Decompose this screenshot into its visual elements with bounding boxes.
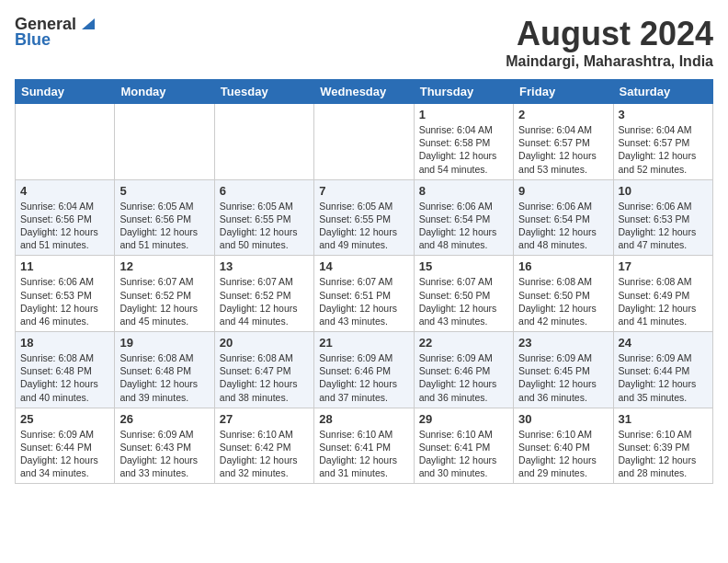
calendar-cell: 25Sunrise: 6:09 AM Sunset: 6:44 PM Dayli… — [16, 408, 115, 484]
day-number: 9 — [518, 184, 608, 198]
calendar-cell: 9Sunrise: 6:06 AM Sunset: 6:54 PM Daylig… — [514, 179, 613, 256]
cell-info: Sunrise: 6:10 AM Sunset: 6:41 PM Dayligh… — [419, 428, 508, 480]
cell-info: Sunrise: 6:04 AM Sunset: 6:56 PM Dayligh… — [20, 200, 109, 252]
day-number: 27 — [220, 412, 309, 426]
day-number: 4 — [20, 184, 109, 198]
weekday-header: Wednesday — [314, 80, 414, 104]
calendar-cell: 18Sunrise: 6:08 AM Sunset: 6:48 PM Dayli… — [16, 332, 115, 408]
logo: General Blue — [15, 15, 95, 50]
calendar-week-row: 25Sunrise: 6:09 AM Sunset: 6:44 PM Dayli… — [16, 408, 713, 484]
calendar-cell — [16, 104, 115, 180]
cell-info: Sunrise: 6:08 AM Sunset: 6:47 PM Dayligh… — [220, 351, 309, 404]
logo-blue: Blue — [15, 30, 51, 50]
cell-info: Sunrise: 6:09 AM Sunset: 6:44 PM Dayligh… — [20, 428, 109, 480]
calendar-cell: 30Sunrise: 6:10 AM Sunset: 6:40 PM Dayli… — [514, 408, 613, 484]
calendar-cell — [214, 104, 313, 180]
title-area: August 2024 Maindargi, Maharashtra, Indi… — [506, 15, 713, 70]
calendar-cell: 16Sunrise: 6:08 AM Sunset: 6:50 PM Dayli… — [514, 256, 613, 332]
cell-info: Sunrise: 6:04 AM Sunset: 6:58 PM Dayligh… — [419, 123, 508, 176]
cell-info: Sunrise: 6:06 AM Sunset: 6:54 PM Dayligh… — [419, 200, 508, 252]
day-number: 5 — [119, 184, 209, 198]
cell-info: Sunrise: 6:09 AM Sunset: 6:46 PM Dayligh… — [419, 351, 508, 404]
day-number: 15 — [419, 259, 508, 273]
cell-info: Sunrise: 6:06 AM Sunset: 6:53 PM Dayligh… — [619, 200, 708, 252]
cell-info: Sunrise: 6:06 AM Sunset: 6:54 PM Dayligh… — [518, 200, 608, 252]
calendar-cell: 1Sunrise: 6:04 AM Sunset: 6:58 PM Daylig… — [414, 104, 513, 180]
calendar-cell: 12Sunrise: 6:07 AM Sunset: 6:52 PM Dayli… — [115, 256, 214, 332]
day-number: 7 — [319, 184, 408, 198]
calendar-cell: 14Sunrise: 6:07 AM Sunset: 6:51 PM Dayli… — [314, 256, 414, 332]
calendar-cell: 3Sunrise: 6:04 AM Sunset: 6:57 PM Daylig… — [613, 104, 712, 180]
cell-info: Sunrise: 6:10 AM Sunset: 6:39 PM Dayligh… — [619, 428, 708, 480]
cell-info: Sunrise: 6:06 AM Sunset: 6:53 PM Dayligh… — [20, 275, 109, 327]
cell-info: Sunrise: 6:09 AM Sunset: 6:44 PM Dayligh… — [619, 351, 708, 404]
cell-info: Sunrise: 6:05 AM Sunset: 6:56 PM Dayligh… — [119, 200, 209, 252]
day-number: 23 — [518, 336, 608, 350]
calendar-cell — [314, 104, 414, 180]
day-number: 10 — [619, 184, 708, 198]
calendar-cell: 29Sunrise: 6:10 AM Sunset: 6:41 PM Dayli… — [414, 408, 513, 484]
month-year: August 2024 — [506, 15, 713, 53]
day-number: 13 — [220, 259, 309, 273]
calendar-cell: 31Sunrise: 6:10 AM Sunset: 6:39 PM Dayli… — [613, 408, 712, 484]
calendar-cell: 17Sunrise: 6:08 AM Sunset: 6:49 PM Dayli… — [613, 256, 712, 332]
day-number: 14 — [319, 259, 408, 273]
calendar-cell: 22Sunrise: 6:09 AM Sunset: 6:46 PM Dayli… — [414, 332, 513, 408]
cell-info: Sunrise: 6:10 AM Sunset: 6:40 PM Dayligh… — [518, 428, 608, 480]
cell-info: Sunrise: 6:07 AM Sunset: 6:51 PM Dayligh… — [319, 275, 408, 327]
day-number: 17 — [619, 259, 708, 273]
calendar-cell: 8Sunrise: 6:06 AM Sunset: 6:54 PM Daylig… — [414, 179, 513, 256]
day-number: 28 — [319, 412, 408, 426]
calendar-cell: 20Sunrise: 6:08 AM Sunset: 6:47 PM Dayli… — [214, 332, 313, 408]
calendar-cell: 21Sunrise: 6:09 AM Sunset: 6:46 PM Dayli… — [314, 332, 414, 408]
day-number: 6 — [220, 184, 309, 198]
calendar: SundayMondayTuesdayWednesdayThursdayFrid… — [15, 79, 713, 484]
calendar-cell: 15Sunrise: 6:07 AM Sunset: 6:50 PM Dayli… — [414, 256, 513, 332]
cell-info: Sunrise: 6:08 AM Sunset: 6:48 PM Dayligh… — [119, 351, 209, 404]
cell-info: Sunrise: 6:08 AM Sunset: 6:50 PM Dayligh… — [518, 275, 608, 327]
calendar-cell: 5Sunrise: 6:05 AM Sunset: 6:56 PM Daylig… — [115, 179, 214, 256]
cell-info: Sunrise: 6:05 AM Sunset: 6:55 PM Dayligh… — [220, 200, 309, 252]
weekday-header: Thursday — [414, 80, 513, 104]
calendar-cell: 23Sunrise: 6:09 AM Sunset: 6:45 PM Dayli… — [514, 332, 613, 408]
weekday-header: Saturday — [613, 80, 712, 104]
svg-marker-0 — [82, 18, 95, 29]
calendar-cell: 6Sunrise: 6:05 AM Sunset: 6:55 PM Daylig… — [214, 179, 313, 256]
cell-info: Sunrise: 6:09 AM Sunset: 6:46 PM Dayligh… — [319, 351, 408, 404]
calendar-cell: 19Sunrise: 6:08 AM Sunset: 6:48 PM Dayli… — [115, 332, 214, 408]
cell-info: Sunrise: 6:10 AM Sunset: 6:42 PM Dayligh… — [220, 428, 309, 480]
cell-info: Sunrise: 6:09 AM Sunset: 6:45 PM Dayligh… — [518, 351, 608, 404]
cell-info: Sunrise: 6:05 AM Sunset: 6:55 PM Dayligh… — [319, 200, 408, 252]
day-number: 30 — [518, 412, 608, 426]
weekday-header: Monday — [115, 80, 214, 104]
cell-info: Sunrise: 6:07 AM Sunset: 6:50 PM Dayligh… — [419, 275, 508, 327]
day-number: 8 — [419, 184, 508, 198]
day-number: 31 — [619, 412, 708, 426]
calendar-cell — [115, 104, 214, 180]
logo-triangle-icon — [78, 15, 95, 31]
cell-info: Sunrise: 6:07 AM Sunset: 6:52 PM Dayligh… — [119, 275, 209, 327]
calendar-cell: 10Sunrise: 6:06 AM Sunset: 6:53 PM Dayli… — [613, 179, 712, 256]
day-number: 25 — [20, 412, 109, 426]
weekday-header: Friday — [514, 80, 613, 104]
day-number: 18 — [20, 336, 109, 350]
day-number: 29 — [419, 412, 508, 426]
calendar-week-row: 18Sunrise: 6:08 AM Sunset: 6:48 PM Dayli… — [16, 332, 713, 408]
day-number: 21 — [319, 336, 408, 350]
cell-info: Sunrise: 6:10 AM Sunset: 6:41 PM Dayligh… — [319, 428, 408, 480]
calendar-week-row: 1Sunrise: 6:04 AM Sunset: 6:58 PM Daylig… — [16, 104, 713, 180]
calendar-cell: 2Sunrise: 6:04 AM Sunset: 6:57 PM Daylig… — [514, 104, 613, 180]
cell-info: Sunrise: 6:04 AM Sunset: 6:57 PM Dayligh… — [619, 123, 708, 176]
day-number: 3 — [619, 108, 708, 121]
calendar-week-row: 4Sunrise: 6:04 AM Sunset: 6:56 PM Daylig… — [16, 179, 713, 256]
day-number: 26 — [119, 412, 209, 426]
day-number: 11 — [20, 259, 109, 273]
calendar-cell: 4Sunrise: 6:04 AM Sunset: 6:56 PM Daylig… — [16, 179, 115, 256]
header: General Blue August 2024 Maindargi, Maha… — [15, 15, 713, 70]
day-number: 19 — [119, 336, 209, 350]
day-number: 2 — [518, 108, 608, 121]
calendar-cell: 27Sunrise: 6:10 AM Sunset: 6:42 PM Dayli… — [214, 408, 313, 484]
calendar-cell: 28Sunrise: 6:10 AM Sunset: 6:41 PM Dayli… — [314, 408, 414, 484]
location: Maindargi, Maharashtra, India — [506, 53, 713, 70]
cell-info: Sunrise: 6:08 AM Sunset: 6:48 PM Dayligh… — [20, 351, 109, 404]
